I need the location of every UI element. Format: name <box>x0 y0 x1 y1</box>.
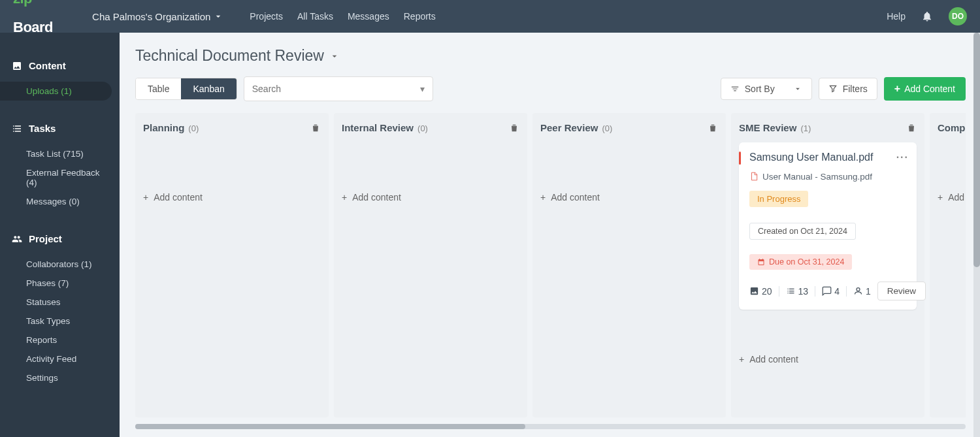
card-file-link[interactable]: User Manual - Samsung.pdf <box>749 171 907 182</box>
svg-point-0 <box>857 288 860 291</box>
trash-icon[interactable] <box>310 123 321 133</box>
plus-icon: + <box>739 354 744 364</box>
add-content-link[interactable]: +Add content <box>143 180 321 202</box>
sidebar-item-activity-feed[interactable]: Activity Feed <box>0 349 120 368</box>
image-icon <box>749 286 759 296</box>
sort-icon <box>730 84 740 93</box>
sidebar-item-uploads[interactable]: Uploads (1) <box>0 82 112 101</box>
column-internal-review: Internal Review(0) +Add content <box>334 113 527 417</box>
list-icon <box>786 286 796 296</box>
scrollbar-thumb[interactable] <box>135 424 525 429</box>
bell-icon[interactable] <box>921 10 933 22</box>
column-peer-review: Peer Review(0) +Add content <box>532 113 726 417</box>
search-input[interactable] <box>252 84 420 94</box>
vertical-scrollbar[interactable] <box>973 33 980 437</box>
sidebar-item-collaborators[interactable]: Collaborators (1) <box>0 255 120 274</box>
page-title-text: Technical Document Review <box>135 47 324 65</box>
filter-icon <box>828 84 838 93</box>
view-tabs: Table Kanban <box>135 78 237 100</box>
sidebar-item-phases[interactable]: Phases (7) <box>0 274 120 293</box>
caret-down-icon[interactable]: ▾ <box>420 84 425 94</box>
tab-kanban[interactable]: Kanban <box>181 78 236 99</box>
add-content-link[interactable]: +Add content <box>342 180 519 202</box>
stat-users[interactable]: 1 <box>847 286 877 297</box>
sidebar-item-task-types[interactable]: Task Types <box>0 312 120 331</box>
top-right: Help DO <box>887 7 967 25</box>
topnav-reports[interactable]: Reports <box>404 11 436 22</box>
created-badge: Created on Oct 21, 2024 <box>749 223 856 240</box>
calendar-icon <box>757 258 765 266</box>
sidebar-item-reports[interactable]: Reports <box>0 331 120 349</box>
col-count: (0) <box>417 123 428 133</box>
sidebar-item-messages[interactable]: Messages (0) <box>0 192 120 211</box>
sidebar-item-task-list[interactable]: Task List (715) <box>0 144 120 163</box>
sortby-label: Sort By <box>745 84 775 94</box>
col-title: Internal Review <box>342 122 414 133</box>
sort-by-dropdown[interactable]: Sort By <box>721 78 812 100</box>
card-title: Samsung User Manual.pdf <box>749 152 907 163</box>
status-badge: In Progress <box>749 191 808 207</box>
sidebar-item-external-feedback[interactable]: External Feedback (4) <box>0 163 120 192</box>
filters-label: Filters <box>843 84 868 94</box>
user-icon <box>853 286 863 296</box>
sidebar-tasks-label: Tasks <box>29 123 56 134</box>
org-name: Cha Palmos's Organization <box>92 11 210 22</box>
horizontal-scrollbar[interactable] <box>135 424 966 429</box>
column-compliance: Complian +Add co <box>930 113 966 417</box>
stat-images[interactable]: 20 <box>749 286 779 297</box>
col-count: (1) <box>800 123 811 133</box>
stat-comments[interactable]: 4 <box>815 286 847 297</box>
add-content-button[interactable]: + Add Content <box>884 77 966 101</box>
filters-button[interactable]: Filters <box>819 78 877 100</box>
stat-tasks[interactable]: 13 <box>779 286 816 297</box>
sidebar-heading-content[interactable]: Content <box>0 56 120 75</box>
sidebar-item-settings[interactable]: Settings <box>0 368 120 387</box>
col-count: (0) <box>188 123 199 133</box>
card-stats: 20 13 4 1 Review <box>749 282 907 300</box>
content-area: Technical Document Review Table Kanban ▾… <box>120 33 980 437</box>
more-icon[interactable]: ··· <box>896 152 909 163</box>
content-card[interactable]: ··· Samsung User Manual.pdf User Manual … <box>739 142 917 310</box>
sidebar-heading-project[interactable]: Project <box>0 229 120 248</box>
scrollbar-thumb[interactable] <box>973 33 980 267</box>
tab-table[interactable]: Table <box>136 78 181 99</box>
topnav-messages[interactable]: Messages <box>348 11 389 22</box>
trash-icon[interactable] <box>509 123 519 133</box>
col-title: Peer Review <box>540 122 598 133</box>
topnav-projects[interactable]: Projects <box>250 11 283 22</box>
col-title: Complian <box>938 122 966 133</box>
page-title[interactable]: Technical Document Review <box>135 47 966 65</box>
toolbar: Table Kanban ▾ Sort By Filters + <box>135 76 966 101</box>
sidebar: Content Uploads (1) Tasks Task List (715… <box>0 33 120 437</box>
plus-icon: + <box>143 192 148 202</box>
topbar: zipBoard Cha Palmos's Organization Proje… <box>0 0 980 33</box>
add-content-link[interactable]: +Add co <box>938 180 966 202</box>
topnav-all-tasks[interactable]: All Tasks <box>297 11 333 22</box>
plus-icon: + <box>342 192 347 202</box>
help-link[interactable]: Help <box>887 11 906 22</box>
org-dropdown[interactable]: Cha Palmos's Organization <box>92 11 223 22</box>
add-content-link[interactable]: +Add content <box>540 180 718 202</box>
plus-icon: + <box>938 192 943 202</box>
col-count: (0) <box>602 123 612 133</box>
column-sme-review: SME Review(1) ··· Samsung User Manual.pd… <box>731 113 924 417</box>
avatar[interactable]: DO <box>949 7 967 25</box>
people-icon <box>12 234 22 244</box>
plus-icon: + <box>540 192 546 202</box>
review-button[interactable]: Review <box>877 282 926 300</box>
trash-icon[interactable] <box>708 123 718 133</box>
due-badge: Due on Oct 31, 2024 <box>749 254 852 270</box>
plus-icon: + <box>894 83 900 95</box>
comment-icon <box>822 286 832 296</box>
sidebar-project-label: Project <box>29 233 62 244</box>
chevron-down-icon <box>793 84 802 93</box>
image-icon <box>12 61 22 71</box>
chevron-down-icon <box>213 11 223 22</box>
trash-icon[interactable] <box>906 123 917 133</box>
add-content-link[interactable]: +Add content <box>739 342 917 364</box>
sidebar-heading-tasks[interactable]: Tasks <box>0 119 120 138</box>
search-box[interactable]: ▾ <box>244 76 433 101</box>
sidebar-item-statuses[interactable]: Statuses <box>0 293 120 312</box>
col-title: Planning <box>143 122 184 133</box>
logo-zip: zip <box>13 0 32 7</box>
